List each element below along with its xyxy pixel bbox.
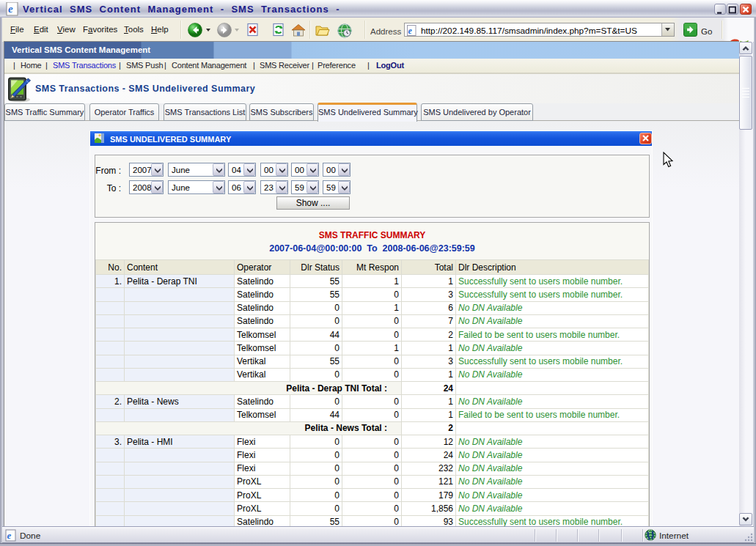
svg-text:e: e — [8, 3, 13, 15]
svg-text:e: e — [408, 25, 413, 35]
svg-text:e: e — [7, 530, 12, 541]
